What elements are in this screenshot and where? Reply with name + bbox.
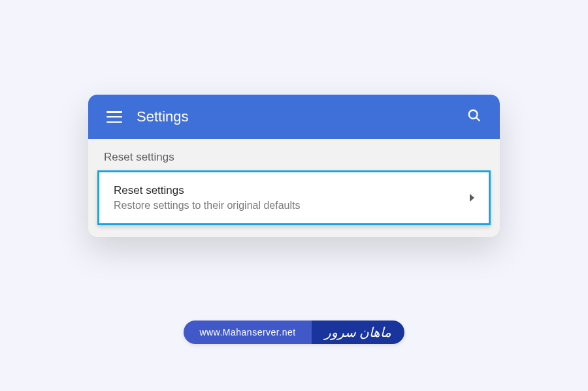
footer-logo: ماهان سرور [312, 321, 404, 344]
svg-line-1 [476, 117, 480, 121]
page-title: Settings [137, 108, 467, 125]
section-heading: Reset settings [88, 139, 500, 170]
reset-card-content: Reset settings Restore settings to their… [114, 184, 470, 211]
footer-url: www.Mahanserver.net [184, 321, 311, 344]
chevron-right-icon [470, 194, 474, 202]
hamburger-menu-icon[interactable] [106, 111, 122, 123]
logo-text: ماهان سرور [325, 324, 391, 340]
settings-header: Settings [88, 95, 500, 139]
reset-settings-card[interactable]: Reset settings Restore settings to their… [97, 170, 491, 225]
search-icon[interactable] [467, 108, 482, 125]
reset-card-description: Restore settings to their original defau… [114, 200, 470, 211]
footer-badge: www.Mahanserver.net ماهان سرور [184, 321, 404, 344]
reset-card-title: Reset settings [114, 184, 470, 197]
svg-point-0 [469, 110, 478, 119]
settings-panel: Settings Reset settings Reset settings R… [88, 95, 500, 237]
